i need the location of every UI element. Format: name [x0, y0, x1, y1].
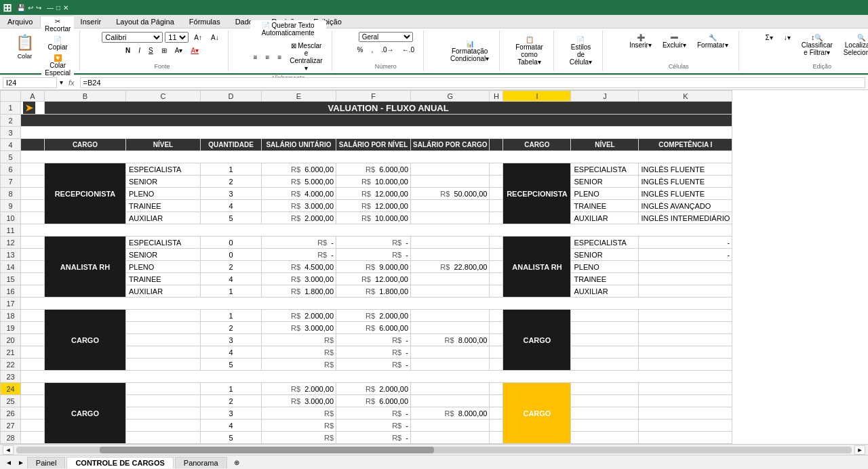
cell-G16[interactable]: [411, 285, 490, 298]
tab-inserir[interactable]: Inserir: [73, 16, 109, 28]
cell-K13[interactable]: -: [639, 249, 732, 261]
scrollbar-thumb[interactable]: [100, 447, 434, 453]
cell-C28[interactable]: [126, 432, 201, 444]
cell-D13[interactable]: 0: [201, 249, 262, 261]
cell-B18-cargo3[interactable]: CARGO: [45, 310, 126, 371]
cell-K16[interactable]: [639, 285, 732, 298]
cell-A7[interactable]: [21, 176, 45, 188]
bold-button[interactable]: N: [122, 45, 134, 56]
cell-A9[interactable]: [21, 200, 45, 212]
fill-color-button[interactable]: A▾: [172, 45, 186, 56]
rh-2[interactable]: 2: [1, 115, 21, 127]
cell-J21[interactable]: [571, 346, 639, 359]
cell-H27[interactable]: [490, 420, 503, 432]
cell-C18[interactable]: [126, 310, 201, 322]
quick-access-save[interactable]: 💾: [17, 4, 25, 12]
cell-D26[interactable]: 3: [201, 407, 262, 420]
cell-G15[interactable]: [411, 273, 490, 285]
cell-K25[interactable]: [639, 395, 732, 407]
cell-C25[interactable]: [126, 395, 201, 407]
cell-J27[interactable]: [571, 420, 639, 432]
tab-formulas[interactable]: Fórmulas: [182, 16, 228, 28]
cell-C21[interactable]: [126, 346, 201, 359]
cell-F7[interactable]: R$ 10.000,00: [336, 176, 411, 188]
col-E[interactable]: E: [262, 91, 336, 102]
cell-D25[interactable]: 2: [201, 395, 262, 407]
rh-3[interactable]: 3: [1, 127, 21, 139]
border-button[interactable]: ⊞: [158, 45, 170, 56]
cell-K15[interactable]: [639, 273, 732, 285]
rh-7[interactable]: 7: [1, 176, 21, 188]
cell-H24[interactable]: [490, 383, 503, 395]
cell-A26[interactable]: [21, 407, 45, 420]
decrease-font-button[interactable]: A↓: [208, 33, 222, 43]
cell-C27[interactable]: [126, 420, 201, 432]
cell-K19[interactable]: [639, 322, 732, 334]
cell-F8[interactable]: R$ 12.000,00: [336, 188, 411, 200]
cell-D19[interactable]: 2: [201, 322, 262, 334]
cell-E14[interactable]: R$ 4.500,00: [262, 261, 336, 273]
cell-F6[interactable]: R$ 6.000,00: [336, 163, 411, 176]
cell-C6[interactable]: ESPECIALISTA: [126, 163, 201, 176]
cell-K9[interactable]: INGLÊS AVANÇADO: [639, 200, 732, 212]
cell-H21[interactable]: [490, 346, 503, 359]
cell-E24[interactable]: R$ 2.000,00: [262, 383, 336, 395]
paste-special-button[interactable]: 🔽 Colar Especial: [41, 53, 74, 78]
name-manager-button[interactable]: ▾: [60, 79, 63, 86]
col-G[interactable]: G: [411, 91, 490, 102]
rh-20[interactable]: 20: [1, 334, 21, 346]
cell-F28[interactable]: R$ -: [336, 432, 411, 444]
cell-F15[interactable]: R$ 12.000,00: [336, 273, 411, 285]
cell-A28[interactable]: [21, 432, 45, 444]
cell-E8[interactable]: R$ 4.000,00: [262, 188, 336, 200]
rh-8[interactable]: 8: [1, 188, 21, 200]
cell-C22[interactable]: [126, 359, 201, 371]
cell-E21[interactable]: R$: [262, 346, 336, 359]
rh-22[interactable]: 22: [1, 359, 21, 371]
quick-access-redo[interactable]: ↪: [36, 4, 41, 12]
fill-button[interactable]: ↓▾: [779, 32, 795, 58]
rh-10[interactable]: 10: [1, 212, 21, 224]
italic-button[interactable]: I: [135, 45, 144, 56]
sheet-tab-panorama[interactable]: Panorama: [175, 457, 227, 468]
cell-A10[interactable]: [21, 212, 45, 224]
cell-C26[interactable]: [126, 407, 201, 420]
cell-A16[interactable]: [21, 285, 45, 298]
cell-D22[interactable]: 5: [201, 359, 262, 371]
decrease-decimal-button[interactable]: ←.0: [399, 45, 418, 55]
cell-D18[interactable]: 1: [201, 310, 262, 322]
col-D[interactable]: D: [201, 91, 262, 102]
cell-G8[interactable]: R$ 50.000,00: [411, 188, 490, 200]
wrap-text-button[interactable]: 📄 Quebrar Texto Automaticamente: [250, 20, 326, 38]
window-maximize[interactable]: □: [56, 4, 60, 12]
cell-J8[interactable]: PLENO: [571, 188, 639, 200]
window-minimize[interactable]: —: [47, 4, 54, 12]
cell-E20[interactable]: R$: [262, 334, 336, 346]
cell-G26[interactable]: R$ 8.000,00: [411, 407, 490, 420]
cell-A15[interactable]: [21, 273, 45, 285]
cell-H8[interactable]: [490, 188, 503, 200]
align-left-button[interactable]: ≡: [250, 52, 261, 62]
rh-27[interactable]: 27: [1, 420, 21, 432]
formula-input[interactable]: =B24: [80, 77, 865, 88]
cell-K18[interactable]: [639, 310, 732, 322]
cut-button[interactable]: ✂ Recortar: [41, 16, 74, 34]
cell-F25[interactable]: R$ 6.000,00: [336, 395, 411, 407]
cell-K8[interactable]: INGLÊS FLUENTE: [639, 188, 732, 200]
font-color-button[interactable]: A▾: [187, 45, 202, 56]
cell-G7[interactable]: [411, 176, 490, 188]
col-I[interactable]: I: [503, 91, 571, 102]
cell-K27[interactable]: [639, 420, 732, 432]
cell-E9[interactable]: R$ 3.000,00: [262, 200, 336, 212]
cell-H15[interactable]: [490, 273, 503, 285]
cell-K6[interactable]: INGLÊS FLUENTE: [639, 163, 732, 176]
add-sheet-button[interactable]: ⊕: [231, 459, 242, 466]
cell-H28[interactable]: [490, 432, 503, 444]
cell-A19[interactable]: [21, 322, 45, 334]
conditional-format-button[interactable]: 📊FormataçãoCondicional▾: [446, 38, 494, 64]
find-select-button[interactable]: 🔍Localizar eSelecionar▾: [839, 32, 868, 58]
sheet-tab-painel[interactable]: Painel: [27, 457, 66, 468]
cell-E25[interactable]: R$ 3.000,00: [262, 395, 336, 407]
cell-A12[interactable]: [21, 237, 45, 249]
cell-C7[interactable]: SENIOR: [126, 176, 201, 188]
